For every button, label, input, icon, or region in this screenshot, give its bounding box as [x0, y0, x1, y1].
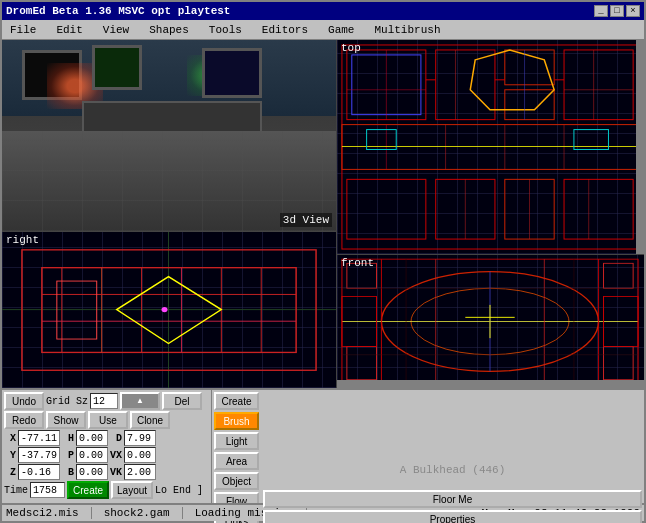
ctrl-row-1: Undo Grid Sz ▲ Del	[4, 392, 209, 410]
vx-label: VX	[110, 450, 122, 461]
d-label: D	[110, 433, 122, 444]
title-controls: _ □ ×	[594, 5, 640, 17]
b-input[interactable]	[76, 464, 108, 480]
redo-button[interactable]: Redo	[4, 411, 44, 429]
view-front[interactable]: front	[337, 255, 644, 388]
x-label: X	[4, 433, 16, 444]
front-map-svg	[337, 255, 644, 388]
ctrl-row-3: X H D	[4, 430, 209, 446]
close-button[interactable]: ×	[626, 5, 640, 17]
monitor-3	[202, 48, 262, 98]
right-grid	[2, 232, 336, 388]
menu-shapes[interactable]: Shapes	[145, 24, 193, 36]
floor-me-button[interactable]: Floor Me	[263, 490, 642, 508]
svg-rect-57	[347, 346, 377, 379]
bulkhead-info: A Bulkhead (446)	[400, 464, 506, 476]
app-window: DromEd Beta 1.36 MSVC opt playtest _ □ ×…	[0, 0, 646, 523]
vx-input[interactable]	[124, 447, 156, 463]
front-grid	[337, 255, 644, 388]
svg-rect-22	[564, 50, 633, 120]
status-divider-1	[91, 507, 92, 519]
title-bar: DromEd Beta 1.36 MSVC opt playtest _ □ ×	[2, 2, 644, 20]
top-scrollbar-v[interactable]	[636, 40, 644, 254]
menu-file[interactable]: File	[6, 24, 40, 36]
p-input[interactable]	[76, 447, 108, 463]
show-button[interactable]: Show	[46, 411, 86, 429]
create-button[interactable]: Create	[67, 481, 109, 499]
z-input[interactable]	[18, 464, 60, 480]
h-label: H	[62, 433, 74, 444]
controls-left: Undo Grid Sz ▲ Del Redo Show Use Clone X…	[2, 390, 212, 503]
svg-marker-23	[470, 50, 554, 110]
clone-button[interactable]: Clone	[130, 411, 170, 429]
top-map-svg	[337, 40, 644, 254]
menu-bar: File Edit View Shapes Tools Editors Game…	[2, 20, 644, 40]
controls-area: Undo Grid Sz ▲ Del Redo Show Use Clone X…	[2, 388, 644, 503]
view-front-label: front	[341, 257, 374, 269]
right-map-svg	[2, 232, 336, 388]
x-input[interactable]	[18, 430, 60, 446]
menu-view[interactable]: View	[99, 24, 133, 36]
status-file1: Medsci2.mis	[6, 507, 79, 519]
svg-rect-56	[604, 263, 634, 288]
view-3d[interactable]: 3d View	[2, 40, 337, 232]
layout-button[interactable]: Layout	[111, 481, 153, 499]
h-input[interactable]	[76, 430, 108, 446]
view-3d-label: 3d View	[280, 213, 332, 227]
del-button[interactable]: Del	[162, 392, 202, 410]
ctrl-row-6: Time Create Layout Lo End ]	[4, 481, 209, 499]
top-grid	[337, 40, 644, 254]
use-button[interactable]: Use	[88, 411, 128, 429]
vk-input[interactable]	[124, 464, 156, 480]
properties-button[interactable]: Properties	[263, 510, 642, 523]
svg-rect-58	[604, 346, 634, 379]
view-right-label: right	[6, 234, 39, 246]
view-top-label: top	[341, 42, 361, 54]
z-label: Z	[4, 467, 16, 478]
ctrl-row-4: Y P VX	[4, 447, 209, 463]
right-controls-grid: Create Brush Light Area Object Flow Link…	[214, 392, 642, 523]
status-file2: shock2.gam	[104, 507, 170, 519]
svg-point-14	[162, 307, 168, 312]
controls-right: Create Brush Light Area Object Flow Link…	[212, 390, 644, 503]
menu-game[interactable]: Game	[324, 24, 358, 36]
viewport-area: 3d View	[2, 40, 644, 388]
svg-rect-27	[564, 179, 633, 239]
ctrl-row-2: Redo Show Use Clone	[4, 411, 209, 429]
time-label: Time	[4, 485, 28, 496]
ctrl-row-5: Z B VK	[4, 464, 209, 480]
monitor-2	[92, 45, 142, 90]
minimize-button[interactable]: _	[594, 5, 608, 17]
svg-rect-24	[347, 179, 426, 239]
rc-area-button[interactable]: Area	[214, 452, 259, 470]
lo-end-label: Lo End ]	[155, 485, 203, 496]
svg-rect-19	[436, 50, 495, 120]
maximize-button[interactable]: □	[610, 5, 624, 17]
menu-tools[interactable]: Tools	[205, 24, 246, 36]
rc-create-button[interactable]: Create	[214, 392, 259, 410]
svg-rect-21	[505, 90, 554, 120]
rc-object-button[interactable]: Object	[214, 472, 259, 490]
undo-button[interactable]: Undo	[4, 392, 44, 410]
grid-sz-label: Grid Sz	[46, 396, 88, 407]
p-label: P	[62, 450, 74, 461]
y-label: Y	[4, 450, 16, 461]
view-right[interactable]: right	[2, 232, 337, 388]
menu-edit[interactable]: Edit	[52, 24, 86, 36]
rc-col-2: A Bulkhead (446) Floor Me Properties Cla…	[263, 392, 642, 523]
menu-multibrush[interactable]: Multibrush	[370, 24, 444, 36]
d-input[interactable]	[124, 430, 156, 446]
monitor-1	[22, 50, 82, 100]
rc-brush-button[interactable]: Brush	[214, 412, 259, 430]
left-panel: 3d View	[2, 40, 337, 388]
vk-label: VK	[110, 467, 122, 478]
status-divider-2	[182, 507, 183, 519]
view-top[interactable]: top	[337, 40, 644, 255]
menu-editors[interactable]: Editors	[258, 24, 312, 36]
grid-sz-input[interactable]	[90, 393, 118, 409]
time-input[interactable]	[30, 482, 65, 498]
front-scrollbar-h[interactable]	[337, 380, 644, 388]
y-input[interactable]	[18, 447, 60, 463]
grid-sz-up[interactable]: ▲	[120, 392, 160, 410]
rc-light-button[interactable]: Light	[214, 432, 259, 450]
